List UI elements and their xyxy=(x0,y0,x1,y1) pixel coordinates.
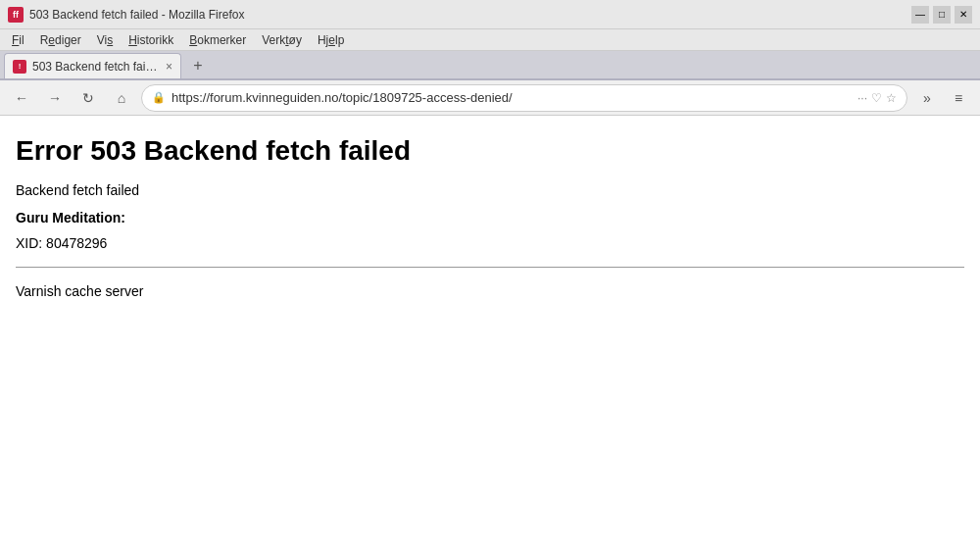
nav-bar: ← → ↻ ⌂ 🔒 https://forum.kvinneguiden.no/… xyxy=(0,80,980,116)
more-icon[interactable]: ··· xyxy=(858,91,867,105)
heart-icon[interactable]: ♡ xyxy=(871,91,882,105)
url-display: https://forum.kvinneguiden.no/topic/1809… xyxy=(172,90,852,105)
active-tab[interactable]: ! 503 Backend fetch failed × xyxy=(4,53,181,78)
address-actions: ··· ♡ ☆ xyxy=(858,91,897,105)
title-bar-left: ff 503 Backend fetch failed - Mozilla Fi… xyxy=(8,7,244,23)
content-divider xyxy=(16,267,964,268)
xid-line: XID: 80478296 xyxy=(16,235,964,251)
title-bar: ff 503 Backend fetch failed - Mozilla Fi… xyxy=(0,0,980,29)
menu-hjelp[interactable]: Hjelp xyxy=(310,31,352,49)
error-heading: Error 503 Backend fetch failed xyxy=(16,135,964,167)
menu-verktoy[interactable]: Verktøy xyxy=(254,31,310,49)
lock-icon: 🔒 xyxy=(152,91,166,104)
tab-close-button[interactable]: × xyxy=(166,60,172,74)
address-bar[interactable]: 🔒 https://forum.kvinneguiden.no/topic/18… xyxy=(141,84,907,112)
tab-title: 503 Backend fetch failed xyxy=(32,60,160,74)
hamburger-menu-button[interactable]: ≡ xyxy=(945,84,972,112)
menu-fil[interactable]: Fil xyxy=(4,31,32,49)
menu-vis[interactable]: Vis xyxy=(89,31,121,49)
minimize-button[interactable]: — xyxy=(911,6,929,24)
error-subtitle: Backend fetch failed xyxy=(16,182,964,198)
tab-bar: ! 503 Backend fetch failed × + xyxy=(0,51,980,80)
reload-button[interactable]: ↻ xyxy=(74,84,102,112)
forward-button[interactable]: → xyxy=(41,84,69,112)
new-tab-button[interactable]: + xyxy=(185,53,211,78)
menu-rediger[interactable]: Rediger xyxy=(32,31,89,49)
varnish-line: Varnish cache server xyxy=(16,283,964,299)
menu-historikk[interactable]: Historikk xyxy=(121,31,181,49)
page-content: Error 503 Backend fetch failed Backend f… xyxy=(0,116,980,552)
window-title: 503 Backend fetch failed - Mozilla Firef… xyxy=(29,8,244,22)
firefox-icon: ff xyxy=(8,7,24,23)
maximize-button[interactable]: □ xyxy=(933,6,951,24)
menu-bar: Fil Rediger Vis Historikk Bokmerker Verk… xyxy=(0,29,980,51)
close-button[interactable]: ✕ xyxy=(955,6,972,24)
bookmark-icon[interactable]: ☆ xyxy=(886,91,897,105)
nav-extra: » ≡ xyxy=(913,84,972,112)
back-button[interactable]: ← xyxy=(8,84,35,112)
extensions-button[interactable]: » xyxy=(913,84,941,112)
home-button[interactable]: ⌂ xyxy=(108,84,135,112)
menu-bokmerker[interactable]: Bokmerker xyxy=(181,31,254,49)
tab-favicon: ! xyxy=(13,60,26,74)
guru-label: Guru Meditation: xyxy=(16,210,964,226)
title-bar-controls[interactable]: — □ ✕ xyxy=(911,6,972,24)
